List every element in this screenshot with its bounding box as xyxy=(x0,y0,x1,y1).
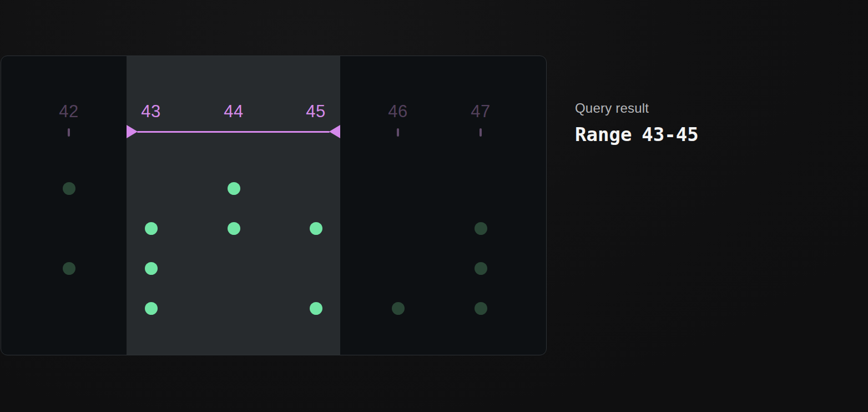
record-dot-42-r1 xyxy=(63,182,75,195)
query-result: Query result Range43-45 xyxy=(575,101,699,145)
record-dot-43-r3 xyxy=(145,262,158,275)
key-label-43: 43 xyxy=(126,102,176,122)
record-dot-45-r4 xyxy=(310,302,322,315)
record-dot-46-r4 xyxy=(392,302,405,315)
query-result-value: Range43-45 xyxy=(575,123,699,145)
record-dot-47-r4 xyxy=(475,302,487,315)
key-label-46: 46 xyxy=(373,102,423,122)
key-label-45: 45 xyxy=(291,102,341,122)
key-label-42: 42 xyxy=(44,102,94,122)
range-slider-track xyxy=(137,131,330,133)
key-tick-42 xyxy=(68,128,70,137)
record-dot-44-r1 xyxy=(228,182,240,195)
key-tick-46 xyxy=(397,128,399,137)
record-dot-47-r3 xyxy=(475,262,487,275)
record-dot-43-r2 xyxy=(145,222,158,235)
range-value: 43-45 xyxy=(642,123,698,145)
range-query-panel: 424344454647 xyxy=(1,56,547,355)
record-dot-47-r2 xyxy=(475,222,487,235)
range-word: Range xyxy=(575,123,632,145)
record-dot-42-r3 xyxy=(63,262,75,275)
key-label-44: 44 xyxy=(209,102,259,122)
record-dot-43-r4 xyxy=(145,302,158,315)
range-handle-left[interactable] xyxy=(127,125,138,138)
query-result-label: Query result xyxy=(575,101,699,116)
range-handle-right[interactable] xyxy=(329,125,340,138)
selected-range-region xyxy=(127,56,340,355)
record-dot-45-r2 xyxy=(310,222,322,235)
key-tick-47 xyxy=(480,128,482,137)
record-dot-44-r2 xyxy=(228,222,240,235)
key-label-47: 47 xyxy=(456,102,506,122)
